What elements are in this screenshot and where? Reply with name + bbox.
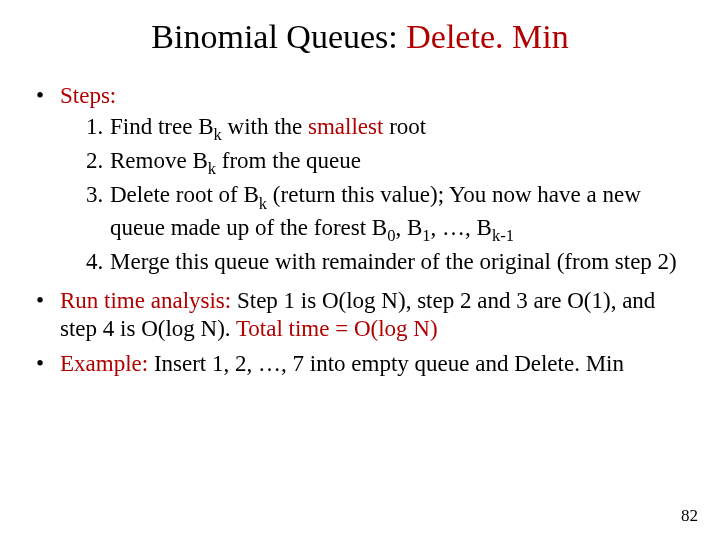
runtime-label: Run time analysis: bbox=[60, 288, 231, 313]
subscript-0: 0 bbox=[387, 226, 395, 245]
step-number: 2. bbox=[86, 147, 103, 176]
bullet-steps: Steps: 1. Find tree Bk with the smallest… bbox=[36, 82, 692, 277]
step-text: Merge this queue with remainder of the o… bbox=[110, 249, 677, 274]
slide-title: Binomial Queues: Delete. Min bbox=[28, 18, 692, 56]
subscript-k-1: k-1 bbox=[492, 226, 514, 245]
step-text: root bbox=[383, 114, 426, 139]
step-number: 1. bbox=[86, 113, 103, 142]
example-text: Delete. Min bbox=[514, 351, 624, 376]
step-text: from the queue bbox=[216, 148, 361, 173]
step-1: 1. Find tree Bk with the smallest root bbox=[86, 113, 692, 145]
example-text: Insert 1, 2, …, 7 into empty queue and bbox=[148, 351, 514, 376]
slide-body: Steps: 1. Find tree Bk with the smallest… bbox=[28, 82, 692, 379]
title-text-b: Delete. Min bbox=[406, 18, 568, 55]
subscript-k: k bbox=[259, 194, 267, 213]
example-label: Example: bbox=[60, 351, 148, 376]
runtime-total: Total time = O(log N) bbox=[236, 316, 438, 341]
subscript-k: k bbox=[208, 159, 216, 178]
title-text-a: Binomial Queues: bbox=[151, 18, 406, 55]
step-2: 2. Remove Bk from the queue bbox=[86, 147, 692, 179]
page-number: 82 bbox=[681, 506, 698, 526]
step-3: 3. Delete root of Bk (return this value)… bbox=[86, 181, 692, 246]
step-number: 4. bbox=[86, 248, 103, 277]
step-text: , B bbox=[395, 215, 422, 240]
step-text: , …, B bbox=[431, 215, 492, 240]
slide: Binomial Queues: Delete. Min Steps: 1. F… bbox=[0, 0, 720, 540]
bullet-runtime: Run time analysis: Step 1 is O(log N), s… bbox=[36, 287, 692, 345]
steps-label: Steps: bbox=[60, 83, 116, 108]
step-text-em: smallest bbox=[308, 114, 383, 139]
steps-list: 1. Find tree Bk with the smallest root 2… bbox=[60, 113, 692, 277]
subscript-1: 1 bbox=[422, 226, 430, 245]
subscript-k: k bbox=[214, 125, 222, 144]
step-text: Find tree B bbox=[110, 114, 214, 139]
bullet-example: Example: Insert 1, 2, …, 7 into empty qu… bbox=[36, 350, 692, 379]
step-text: with the bbox=[222, 114, 308, 139]
step-text: Delete root of B bbox=[110, 182, 259, 207]
step-text: Remove B bbox=[110, 148, 208, 173]
step-4: 4. Merge this queue with remainder of th… bbox=[86, 248, 692, 277]
step-number: 3. bbox=[86, 181, 103, 210]
